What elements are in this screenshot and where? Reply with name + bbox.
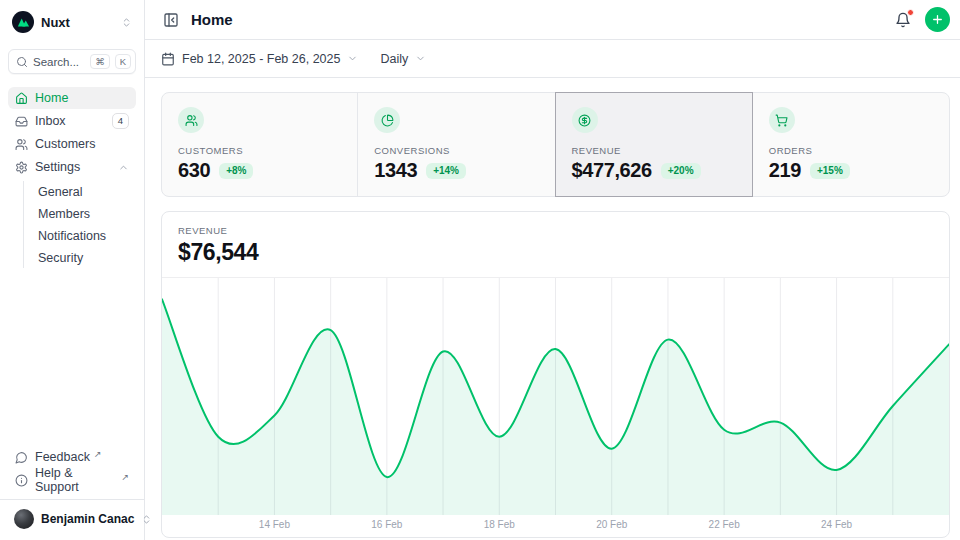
x-tick-label: 16 Feb [371,519,402,530]
stat-label: CUSTOMERS [178,145,341,156]
sub-item-label: Notifications [38,229,106,243]
x-tick-label: 20 Feb [596,519,627,530]
sidebar-item-customers[interactable]: Customers [8,133,136,155]
chart-current-value: $76,544 [178,239,933,266]
stat-delta-badge: +8% [219,163,253,179]
sidebar-item-security[interactable]: Security [24,247,136,268]
nuxt-logo-icon [12,11,34,33]
date-range-label: Feb 12, 2025 - Feb 26, 2025 [182,52,340,66]
users-icon [178,107,204,133]
chart-x-axis: 14 Feb 16 Feb 18 Feb 20 Feb 22 Feb 24 Fe… [162,515,949,537]
app-window: Nuxt Search... ⌘ K Home [0,0,960,540]
search-icon [16,56,28,68]
stat-card-revenue[interactable]: REVENUE $477,626 +20% [555,92,753,197]
kbd-meta: ⌘ [90,54,110,69]
sidebar: Nuxt Search... ⌘ K Home [0,0,145,540]
team-name: Nuxt [41,15,114,30]
granularity-select[interactable]: Daily [380,52,426,66]
sidebar-item-general[interactable]: General [24,181,136,202]
header-actions [893,7,950,32]
sidebar-item-members[interactable]: Members [24,203,136,224]
inbox-count-badge: 4 [112,113,129,128]
notification-dot [907,9,914,16]
user-menu[interactable]: Benjamin Canac [8,506,136,532]
filter-toolbar: Feb 12, 2025 - Feb 26, 2025 Daily [145,40,960,78]
stat-delta-badge: +14% [426,163,466,179]
main-area: Home Feb 12, 2025 - Feb 26, 2025 [145,0,960,540]
external-link-icon: ↗ [121,472,129,482]
footer-link-label: Help & Support [35,466,117,494]
external-link-icon: ↗ [94,449,102,459]
footer-link-label: Feedback [35,450,90,464]
kbd-k: K [115,54,131,69]
x-tick-label: 14 Feb [259,519,290,530]
stat-delta-badge: +15% [810,163,850,179]
sidebar-item-label: Customers [35,137,129,151]
feedback-link[interactable]: Feedback ↗ [8,446,136,468]
chevron-down-icon [347,53,358,64]
sidebar-item-settings[interactable]: Settings [8,156,136,178]
message-circle-icon [15,451,28,464]
sidebar-footer: Feedback ↗ Help & Support ↗ [8,446,136,491]
sidebar-item-inbox[interactable]: Inbox 4 [8,110,136,132]
x-tick-label: 24 Feb [821,519,852,530]
stat-value: 630 [178,159,210,182]
info-icon [15,474,28,487]
stat-label: CONVERSIONS [374,145,538,156]
stat-card-conversions[interactable]: CONVERSIONS 1343 +14% [357,92,555,197]
chart-title: REVENUE [178,225,933,236]
stat-value: $477,626 [572,159,652,182]
team-switcher[interactable]: Nuxt [8,8,136,36]
x-tick-label: 18 Feb [484,519,515,530]
revenue-area-chart [162,278,949,515]
stat-delta-badge: +20% [661,163,701,179]
stat-card-orders[interactable]: ORDERS 219 +15% [752,92,950,197]
chevrons-up-down-icon [121,17,132,28]
top-header: Home [145,0,960,40]
calendar-icon [161,52,175,66]
sidebar-divider [0,499,144,500]
chevron-up-icon [118,162,129,173]
sub-item-label: Security [38,251,83,265]
sidebar-item-notifications[interactable]: Notifications [24,225,136,246]
sidebar-item-label: Home [35,91,129,105]
chart-header: REVENUE $76,544 [162,212,949,277]
help-support-link[interactable]: Help & Support ↗ [8,469,136,491]
dashboard-content: CUSTOMERS 630 +8% CONVERSIONS 1343 +14% [145,78,960,540]
settings-subnav: General Members Notifications Security [23,181,136,268]
stats-row: CUSTOMERS 630 +8% CONVERSIONS 1343 +14% [161,92,950,197]
gear-icon [15,161,28,174]
collapse-sidebar-button[interactable] [161,10,181,30]
stat-value: 1343 [374,159,417,182]
sidebar-nav: Home Inbox 4 Customers Settings [8,87,136,270]
home-icon [15,92,28,105]
sidebar-spacer [8,270,136,446]
users-icon [15,138,28,151]
revenue-chart-card: REVENUE $76,544 14 Feb 16 Feb 18 Feb 20 … [161,211,950,538]
notifications-button[interactable] [893,10,913,30]
search-input[interactable]: Search... ⌘ K [8,49,136,74]
sidebar-item-label: Settings [35,160,111,174]
search-placeholder: Search... [33,56,85,68]
stat-value: 219 [769,159,801,182]
chart-pie-icon [374,107,400,133]
circle-dollar-icon [572,107,598,133]
user-avatar [14,509,34,529]
inbox-icon [15,115,28,128]
user-name: Benjamin Canac [41,512,134,526]
stat-label: ORDERS [769,145,933,156]
page-title: Home [191,11,233,28]
date-range-picker[interactable]: Feb 12, 2025 - Feb 26, 2025 [161,52,358,66]
add-button[interactable] [925,7,950,32]
sub-item-label: Members [38,207,90,221]
sub-item-label: General [38,185,82,199]
sidebar-item-home[interactable]: Home [8,87,136,109]
x-tick-label: 22 Feb [709,519,740,530]
sidebar-item-label: Inbox [35,114,105,128]
stat-label: REVENUE [572,145,736,156]
granularity-label: Daily [380,52,408,66]
stat-card-customers[interactable]: CUSTOMERS 630 +8% [161,92,358,197]
chart-plot-area[interactable] [162,277,949,515]
shopping-cart-icon [769,107,795,133]
chevron-down-icon [415,53,426,64]
